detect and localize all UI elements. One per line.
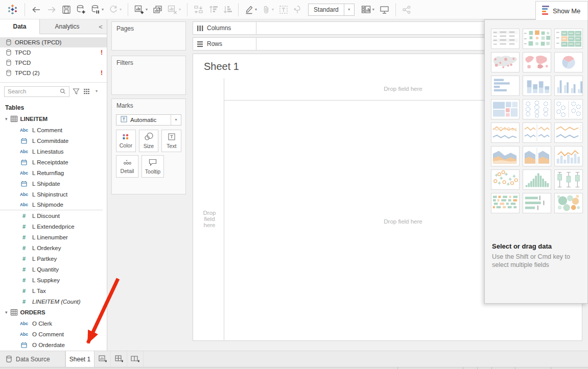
field-item[interactable]: AbcL Shipinstruct	[0, 189, 107, 200]
marks-size-button[interactable]: Size	[139, 130, 159, 152]
pause-auto-updates-button[interactable]: ▾	[88, 3, 106, 17]
show-me-histogram-thumbnail[interactable]	[523, 169, 551, 190]
field-item[interactable]: AbcO Clerk	[0, 318, 107, 329]
data-source-tab[interactable]: Data Source	[0, 351, 65, 367]
show-me-text-table-thumbnail[interactable]	[491, 29, 520, 49]
new-story-tab-button[interactable]	[127, 351, 144, 367]
tab-analytics[interactable]: Analytics	[40, 19, 95, 34]
marks-detail-button[interactable]: Detail	[116, 155, 138, 178]
share-button[interactable]	[399, 3, 414, 17]
show-me-highlight-table-thumbnail[interactable]	[554, 29, 583, 49]
show-me-side-by-side-bars-thumbnail[interactable]	[554, 76, 583, 96]
show-me-packed-bubbles-thumbnail[interactable]	[554, 193, 583, 213]
show-me-filled-map-thumbnail[interactable]	[523, 52, 551, 72]
show-me-box-and-whisker-thumbnail[interactable]	[554, 169, 583, 190]
data-source-item[interactable]: TPCD!	[0, 47, 107, 58]
show-me-pie-chart-thumbnail[interactable]	[554, 52, 583, 72]
new-worksheet-tab-button[interactable]	[95, 351, 111, 367]
pause-auto-updates-caret-icon[interactable]: ▾	[102, 8, 104, 12]
redo-button[interactable]	[44, 3, 59, 17]
filter-fields-icon[interactable]	[72, 87, 81, 96]
marks-color-button[interactable]: Color	[116, 130, 136, 152]
show-me-heatmap-thumbnail[interactable]	[523, 29, 551, 49]
field-item[interactable]: #L Extendedprice	[0, 221, 107, 232]
marks-tooltip-button[interactable]: Tooltip	[142, 155, 164, 178]
chevron-down-icon[interactable]: ▾	[5, 310, 8, 315]
field-item[interactable]: #L Tax	[0, 285, 107, 296]
data-source-item[interactable]: TPCD (2)!	[0, 68, 107, 78]
show-me-side-by-side-circles-thumbnail[interactable]	[554, 99, 583, 119]
presentation-mode-button[interactable]	[377, 3, 392, 17]
sheet-1-tab[interactable]: Sheet 1	[65, 351, 95, 367]
show-me-circle-views-thumbnail[interactable]	[523, 99, 551, 119]
field-item[interactable]: O Orderdate	[0, 339, 107, 350]
show-me-stacked-bars-thumbnail[interactable]	[523, 76, 551, 96]
data-source-item[interactable]: TPCD	[0, 58, 107, 68]
tab-data[interactable]: Data	[0, 19, 40, 34]
field-item[interactable]: AbcL Comment	[0, 125, 107, 135]
highlight-button[interactable]: ▾	[242, 3, 260, 17]
view-options-icon[interactable]	[83, 87, 92, 96]
field-item[interactable]: #L Orderkey	[0, 242, 107, 253]
show-me-area-continuous-thumbnail[interactable]	[491, 146, 520, 166]
fix-axes-button[interactable]	[291, 3, 304, 17]
field-item[interactable]: AbcL Returnflag	[0, 167, 107, 178]
show-me-horizontal-bars-thumbnail[interactable]	[491, 76, 520, 96]
field-item[interactable]: #L Suppkey	[0, 275, 107, 285]
field-item[interactable]: L Receiptdate	[0, 157, 107, 167]
show-me-dual-combination-thumbnail[interactable]	[554, 146, 583, 166]
rows-dropzone[interactable]: Drop field here	[199, 210, 220, 228]
fit-selector[interactable]: Standard▾	[308, 4, 355, 16]
run-update-button[interactable]: ▾	[106, 3, 124, 17]
show-hide-cards-button[interactable]: ▾	[359, 3, 377, 17]
data-source-item[interactable]: ORDERS (TPCD)	[0, 37, 107, 47]
undo-button[interactable]	[29, 3, 44, 17]
show-me-area-discrete-thumbnail[interactable]	[523, 146, 551, 166]
chevron-down-icon[interactable]: ▾	[5, 116, 8, 121]
field-item[interactable]: AbcL Linestatus	[0, 146, 107, 157]
field-item[interactable]: #L Quantity	[0, 264, 107, 275]
field-item[interactable]: #LINEITEM (Count)	[0, 296, 107, 307]
mark-type-dropdown[interactable]: Automatic ▾	[116, 114, 181, 126]
search-input[interactable]	[8, 88, 59, 94]
field-item[interactable]: AbcO Comment	[0, 329, 107, 339]
field-item[interactable]: L Shipdate	[0, 178, 107, 189]
show-me-treemap-thumbnail[interactable]	[491, 99, 520, 119]
field-item[interactable]: #L Partkey	[0, 253, 107, 264]
save-button[interactable]	[59, 3, 74, 17]
group-members-caret-icon[interactable]: ▾	[272, 8, 274, 12]
filters-card[interactable]: Filters	[111, 56, 186, 95]
clear-sheet-button[interactable]: ▾	[165, 3, 183, 17]
show-me-dual-lines-thumbnail[interactable]	[554, 122, 583, 143]
clear-sheet-caret-icon[interactable]: ▾	[179, 8, 181, 12]
field-item[interactable]: L Commitdate	[0, 135, 107, 146]
table-group-lineitem[interactable]: ▾LINEITEM	[0, 113, 107, 125]
show-me-button[interactable]: Show Me	[535, 1, 588, 20]
sort-descending-button[interactable]	[220, 3, 234, 17]
show-me-lines-continuous-thumbnail[interactable]	[491, 122, 520, 143]
sort-ascending-button[interactable]	[206, 3, 220, 17]
duplicate-sheet-button[interactable]	[150, 3, 165, 17]
highlight-caret-icon[interactable]: ▾	[255, 8, 257, 12]
field-item[interactable]: #L Discount	[0, 210, 107, 221]
new-worksheet-button[interactable]: ▾	[132, 3, 150, 17]
marks-text-button[interactable]: Text	[161, 130, 181, 152]
table-group-orders[interactable]: ▾ORDERS	[0, 307, 107, 318]
collapse-pane-icon[interactable]: <	[95, 19, 107, 34]
fit-selector-caret-icon[interactable]: ▾	[344, 4, 354, 15]
group-members-button[interactable]: ▾	[260, 3, 276, 17]
run-update-caret-icon[interactable]: ▾	[120, 8, 122, 12]
show-me-gantt-thumbnail[interactable]	[491, 193, 520, 213]
show-me-symbol-map-thumbnail[interactable]	[491, 52, 520, 72]
show-mark-labels-button[interactable]	[276, 3, 291, 17]
new-worksheet-caret-icon[interactable]: ▾	[146, 8, 148, 12]
tableau-logo-button[interactable]	[4, 3, 21, 17]
new-data-source-button[interactable]	[74, 3, 88, 17]
field-item[interactable]: #L Linenumber	[0, 232, 107, 242]
show-me-scatter-plot-thumbnail[interactable]	[491, 169, 520, 190]
pages-card[interactable]: Pages	[111, 21, 186, 51]
swap-rows-columns-button[interactable]	[191, 3, 206, 17]
field-item[interactable]: AbcL Shipmode	[0, 200, 103, 210]
show-me-bullet-graph-thumbnail[interactable]	[523, 193, 551, 213]
show-me-lines-discrete-thumbnail[interactable]	[523, 122, 551, 143]
